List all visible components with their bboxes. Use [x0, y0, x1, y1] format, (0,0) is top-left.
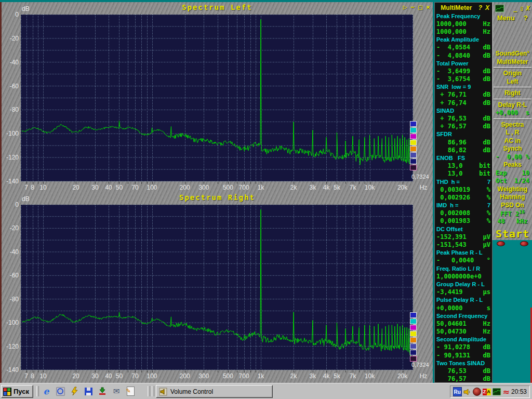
multimeter-row: Second Amplitude [435, 336, 492, 343]
curve-color-swatch[interactable] [410, 165, 417, 170]
sidebar-item-spectra[interactable]: Spectra [493, 121, 532, 129]
multimeter-row: - 90,9131dB [435, 351, 492, 359]
multimeter-row: + 76,71dB [435, 91, 492, 99]
x-tick-label: 7k [345, 373, 361, 380]
multimeter-row: Second Frequency [435, 312, 492, 320]
curve-color-swatch[interactable] [410, 337, 417, 343]
x-tick-label: 700 [236, 184, 252, 191]
x-tick-label: 5k [329, 373, 344, 380]
tray-clock[interactable]: 20:53 [511, 388, 527, 395]
modem-tray-icon[interactable]: ≈ [503, 387, 510, 397]
spectrum-left-plot[interactable] [21, 15, 413, 181]
volume-tray-icon[interactable] [463, 388, 471, 396]
curve-color-swatch[interactable] [410, 146, 417, 152]
sidebar-item-weighting[interactable]: Weighting [493, 185, 532, 194]
sidebar-item-hanning[interactable]: Hanning [493, 193, 532, 202]
sidebar-item-peaks[interactable]: Peaks [493, 161, 532, 169]
y-tick-label: -120 [1, 343, 19, 350]
toolbar-grip[interactable] [148, 386, 150, 396]
minimize-icon[interactable]: − [411, 3, 415, 11]
multimeter-row: + 76,53dB [435, 114, 492, 122]
multimeter-row: IMD h =7 [435, 202, 492, 209]
x-tick-label: 10k [362, 184, 378, 191]
x-tick-label: 10 [35, 184, 51, 191]
curve-color-swatch[interactable] [410, 158, 417, 164]
multimeter-row: Two Tones SINAD [435, 359, 492, 367]
sidebar-item-delay-value[interactable]: +0,000 s [493, 109, 532, 117]
start-menu-button[interactable]: Пуск [1, 385, 33, 398]
sidebar-item-ac-in[interactable]: AC in [493, 137, 532, 145]
sidebar-item-psd[interactable]: PSD On [493, 202, 532, 210]
sidebar-item-delay-label[interactable]: Delay R-L [493, 101, 532, 110]
menu-button[interactable]: Menu [497, 14, 515, 22]
multimeter-row: -152,391µV [435, 233, 492, 241]
curve-color-swatch[interactable] [410, 356, 417, 362]
curve-color-swatch[interactable] [410, 312, 417, 318]
curve-color-swatch[interactable] [410, 350, 417, 355]
antivirus-tray-icon[interactable] [473, 388, 481, 396]
maximize-icon[interactable]: □ [418, 3, 422, 11]
y-tick-label: -100 [1, 319, 19, 326]
spectrum-right-plot[interactable] [21, 205, 413, 370]
curve-color-swatch[interactable] [410, 152, 417, 158]
start-button[interactable]: Start [493, 228, 532, 240]
close-icon[interactable]: × [426, 3, 430, 11]
sidebar-item-multimeter[interactable]: MultiMeter [493, 58, 532, 66]
floppy-icon[interactable] [83, 385, 94, 397]
sidebar-item-synch[interactable]: Synch [493, 145, 532, 153]
multimeter-row: SFDR [435, 130, 492, 138]
sidebar-item-exp[interactable]: Exp 10 [493, 169, 532, 178]
x-tick-label: 20k [395, 373, 410, 380]
multimeter-row: + 76,57dB [435, 123, 492, 130]
multimeter-title: MultiMeter [437, 4, 475, 11]
notes-icon[interactable]: ✎ [125, 385, 136, 397]
sidebar-item-soundgen[interactable]: SoundGen° [493, 50, 532, 58]
multimeter-row: 0,003019% [435, 185, 492, 193]
download-icon[interactable] [97, 385, 108, 397]
sidebar-item-origin[interactable]: Origin [493, 70, 532, 78]
sidebar-item-peaks-value[interactable]: - 0,00 % [493, 153, 532, 162]
close-icon[interactable]: X [485, 4, 489, 11]
ie-icon[interactable]: e [41, 385, 52, 397]
multimeter-row: SINAD [435, 107, 492, 114]
close-icon[interactable]: X [526, 5, 530, 12]
curve-color-swatch[interactable] [410, 318, 417, 324]
led-left [497, 241, 505, 246]
curve-color-swatch[interactable] [410, 127, 417, 133]
minimize-icon[interactable]: _ [513, 5, 517, 12]
sidebar-item-spectra-lr[interactable]: L , R [493, 129, 532, 137]
toolbar-grip[interactable] [152, 386, 154, 396]
multimeter-row: - 4,0584dB [435, 44, 492, 51]
y-tick-label: -60 [1, 272, 19, 279]
multimeter-row: + 76,74dB [435, 99, 492, 107]
sidebar-item-origin-left[interactable]: Left [493, 78, 532, 86]
taskbar: Пуск e ✉ ✎ Volume Control Ru [0, 383, 532, 399]
maximize-icon[interactable]: ▯ [520, 5, 524, 12]
curve-color-swatch[interactable] [410, 331, 417, 337]
quickview-icon[interactable] [55, 385, 66, 397]
winamp-icon[interactable] [69, 385, 80, 397]
run-icon[interactable]: ▷ [403, 3, 407, 11]
y-tick-label: -20 [1, 35, 19, 42]
sidebar-item-fft[interactable]: FFT 216 [493, 209, 532, 218]
toolbar-grip[interactable] [36, 386, 39, 396]
y-tick-label: -40 [1, 248, 19, 256]
curve-color-swatch[interactable] [410, 343, 417, 349]
sidebar-item-origin-right[interactable]: Right [493, 89, 532, 98]
curve-color-swatch[interactable] [410, 325, 417, 330]
multimeter-row: - 3,6499dB [435, 67, 492, 75]
analyzer-tray-icon[interactable] [493, 388, 501, 396]
multimeter-row: ENOB FS [435, 154, 492, 162]
volume-control-task-button[interactable]: Volume Control [156, 385, 273, 398]
curve-color-swatch[interactable] [410, 134, 417, 139]
sidebar-item-rate[interactable]: 48 kHz [493, 218, 532, 226]
curve-color-swatch[interactable] [410, 121, 417, 127]
zonealarm-tray-icon[interactable]: ZA [483, 389, 491, 395]
help-icon[interactable]: ? [524, 14, 528, 22]
sidebar-item-oct[interactable]: Oct 1/24 [493, 177, 532, 185]
mail-icon[interactable]: ✉ [111, 385, 122, 397]
y-tick-label: -20 [1, 224, 19, 232]
curve-color-swatch[interactable] [410, 140, 417, 145]
language-indicator[interactable]: Ru [453, 387, 462, 396]
help-icon[interactable]: ? [478, 4, 482, 11]
